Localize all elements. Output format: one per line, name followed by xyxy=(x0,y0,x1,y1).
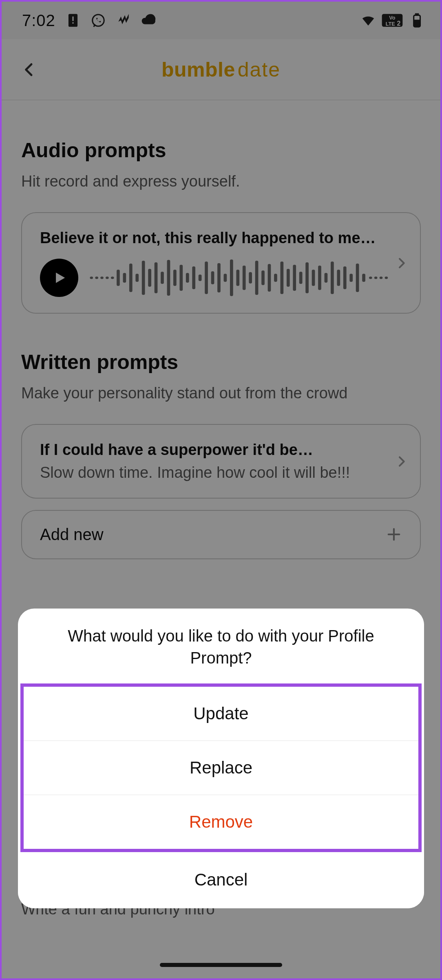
svg-rect-52 xyxy=(337,270,340,286)
svg-text:Vo: Vo xyxy=(389,15,396,21)
audio-section-title: Audio prompts xyxy=(21,138,421,162)
svg-point-58 xyxy=(374,277,378,279)
highlighted-options-box: Update Replace Remove xyxy=(20,683,422,852)
svg-point-3 xyxy=(93,15,104,26)
svg-rect-37 xyxy=(243,266,246,290)
svg-rect-33 xyxy=(217,263,221,292)
svg-rect-2 xyxy=(72,22,73,24)
svg-rect-23 xyxy=(155,262,158,293)
audio-section-subtitle: Hit record and express yourself. xyxy=(21,173,421,190)
audio-prompt-title: Believe it or not, this really happened … xyxy=(40,228,402,248)
svg-point-16 xyxy=(111,277,114,279)
svg-rect-54 xyxy=(349,274,353,282)
sheet-cancel-button[interactable]: Cancel xyxy=(18,852,424,908)
svg-rect-51 xyxy=(331,261,334,294)
written-prompt-title: If I could have a superpower it'd be… xyxy=(40,439,402,460)
cloud-icon xyxy=(141,13,157,28)
svg-rect-20 xyxy=(135,274,139,282)
status-bar: 7:02 VoLTE2 xyxy=(2,2,440,39)
svg-rect-19 xyxy=(129,264,133,292)
svg-rect-34 xyxy=(224,274,227,282)
svg-rect-17 xyxy=(117,270,120,286)
app-header: bumble date xyxy=(2,39,440,100)
svg-rect-36 xyxy=(236,270,239,286)
add-new-prompt-button[interactable]: Add new xyxy=(21,510,421,559)
page-content: Audio prompts Hit record and express you… xyxy=(2,138,440,559)
svg-rect-30 xyxy=(199,275,202,281)
svg-text:LTE: LTE xyxy=(386,21,395,27)
svg-rect-35 xyxy=(230,259,233,296)
svg-rect-27 xyxy=(179,265,183,291)
svg-rect-53 xyxy=(343,266,347,289)
logo-text-b: date xyxy=(238,58,281,81)
audio-prompt-card[interactable]: Believe it or not, this really happened … xyxy=(21,212,421,314)
svg-rect-48 xyxy=(312,270,315,286)
svg-rect-44 xyxy=(287,269,290,287)
written-prompt-card[interactable]: If I could have a superpower it'd be… Sl… xyxy=(21,424,421,499)
svg-rect-55 xyxy=(356,264,359,292)
svg-rect-28 xyxy=(186,273,189,283)
card-alert-icon xyxy=(65,13,81,28)
svg-rect-18 xyxy=(123,273,126,283)
chevron-right-icon xyxy=(395,455,408,468)
svg-rect-41 xyxy=(268,264,271,292)
status-left: 7:02 xyxy=(22,11,157,30)
app-logo: bumble date xyxy=(161,58,281,81)
svg-point-14 xyxy=(100,277,104,279)
svg-marker-11 xyxy=(56,273,65,283)
svg-rect-50 xyxy=(325,273,328,283)
svg-rect-25 xyxy=(167,260,170,296)
add-new-label: Add new xyxy=(40,525,104,544)
svg-point-60 xyxy=(385,277,388,279)
svg-rect-42 xyxy=(274,274,277,282)
svg-text:2: 2 xyxy=(397,20,400,27)
svg-rect-40 xyxy=(261,270,265,285)
status-clock: 7:02 xyxy=(22,11,55,30)
svg-rect-1 xyxy=(72,17,73,21)
battery-icon xyxy=(409,13,424,28)
volte2-icon: VoLTE2 xyxy=(382,13,403,28)
svg-rect-39 xyxy=(255,261,259,295)
audio-waveform xyxy=(87,257,402,298)
svg-rect-29 xyxy=(192,266,195,289)
action-sheet: What would you like to do with your Prof… xyxy=(18,609,424,908)
svg-point-57 xyxy=(369,277,372,279)
action-sheet-title: What would you like to do with your Prof… xyxy=(18,609,424,683)
svg-rect-24 xyxy=(161,272,164,284)
written-prompt-body: Slow down time. Imagine how cool it will… xyxy=(40,462,402,483)
svg-rect-10 xyxy=(414,20,420,26)
svg-rect-56 xyxy=(362,274,365,282)
written-section-title: Written prompts xyxy=(21,350,421,374)
svg-point-15 xyxy=(106,277,109,279)
home-indicator xyxy=(160,963,282,967)
plus-icon xyxy=(386,526,402,543)
sheet-option-remove[interactable]: Remove xyxy=(24,795,418,849)
svg-point-59 xyxy=(380,277,383,279)
svg-rect-22 xyxy=(148,269,151,287)
svg-rect-38 xyxy=(249,272,252,283)
wifi-icon xyxy=(360,13,376,28)
logo-text-a: bumble xyxy=(161,58,235,81)
vibrate-icon xyxy=(116,13,131,28)
svg-rect-31 xyxy=(205,261,208,294)
chevron-right-icon xyxy=(395,257,408,270)
svg-rect-49 xyxy=(318,266,321,290)
svg-point-13 xyxy=(95,277,98,279)
svg-point-12 xyxy=(90,277,93,279)
sheet-option-replace[interactable]: Replace xyxy=(24,740,418,795)
written-section-subtitle: Make your personality stand out from the… xyxy=(21,385,421,402)
svg-rect-46 xyxy=(299,272,303,284)
play-button[interactable] xyxy=(40,259,78,297)
back-button[interactable] xyxy=(20,60,39,79)
svg-rect-45 xyxy=(293,265,296,291)
action-sheet-panel: What would you like to do with your Prof… xyxy=(18,609,424,908)
status-right: VoLTE2 xyxy=(360,13,424,28)
svg-rect-47 xyxy=(305,262,309,293)
whatsapp-icon xyxy=(91,13,106,28)
svg-rect-26 xyxy=(173,270,177,286)
audio-player-row xyxy=(40,257,402,298)
svg-rect-9 xyxy=(415,14,418,15)
sheet-option-update[interactable]: Update xyxy=(24,687,418,740)
svg-rect-21 xyxy=(142,261,145,295)
svg-rect-43 xyxy=(280,261,283,294)
